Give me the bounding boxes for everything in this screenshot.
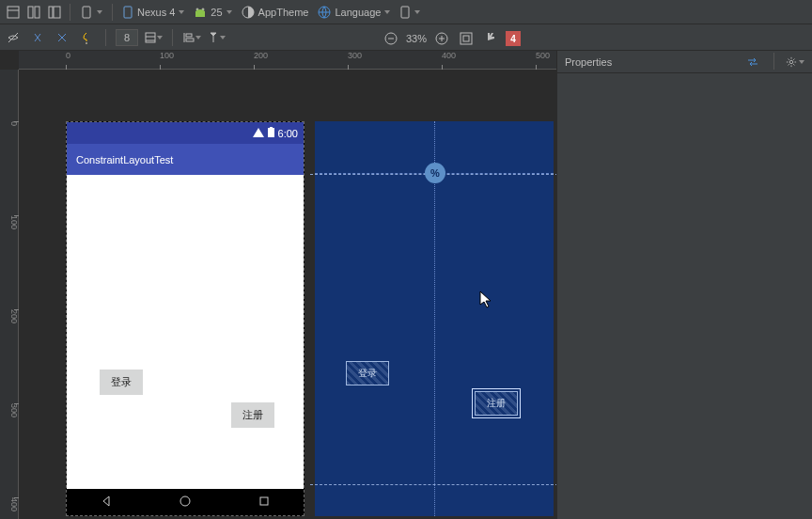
- app-bar: ConstraintLayoutTest: [67, 144, 304, 175]
- svg-rect-2: [28, 7, 33, 18]
- svg-rect-30: [461, 33, 472, 44]
- register-button[interactable]: 注册: [231, 402, 274, 428]
- autoconnect-button[interactable]: [28, 28, 47, 47]
- separator: [112, 4, 113, 21]
- wifi-icon: [253, 128, 264, 139]
- swap-icon[interactable]: [743, 53, 762, 71]
- svg-point-36: [789, 60, 792, 63]
- variant-combo[interactable]: [396, 6, 424, 19]
- zoom-out-button[interactable]: [382, 29, 400, 48]
- zoom-in-button[interactable]: [432, 29, 451, 48]
- svg-rect-32: [268, 128, 274, 137]
- design-canvas[interactable]: 0 100 200 300 400 500 0 100 200 300 400 …: [0, 51, 556, 519]
- svg-rect-31: [463, 36, 469, 41]
- svg-rect-35: [260, 497, 268, 505]
- gear-icon[interactable]: [786, 53, 804, 71]
- margin-input[interactable]: [116, 29, 138, 46]
- device-label: Nexus 4: [137, 7, 175, 18]
- svg-rect-6: [83, 7, 90, 18]
- android-icon: [194, 6, 207, 19]
- separator: [172, 29, 173, 46]
- guideline-bottom: [310, 484, 556, 485]
- properties-panel: Properties: [556, 51, 812, 519]
- svg-line-13: [8, 33, 18, 42]
- ruler-horizontal: 0 100 200 300 400 500: [19, 51, 556, 70]
- percent-badge[interactable]: %: [425, 163, 445, 183]
- app-title: ConstraintLayoutTest: [76, 154, 173, 165]
- svg-rect-5: [54, 7, 60, 18]
- pan-button[interactable]: [481, 29, 500, 48]
- zoom-label: 33%: [406, 33, 427, 44]
- both-mode-button[interactable]: [45, 3, 64, 22]
- back-icon: [100, 495, 113, 510]
- theme-combo[interactable]: AppTheme: [238, 6, 313, 19]
- battery-icon: [268, 127, 274, 139]
- hide-constraints-button[interactable]: [4, 28, 23, 47]
- clear-constraints-button[interactable]: [53, 28, 71, 47]
- bp-register-button[interactable]: 注册: [475, 391, 518, 416]
- blueprint-preview[interactable]: % 登录 注册: [315, 121, 554, 516]
- svg-rect-33: [270, 127, 273, 128]
- guideline-combo[interactable]: [207, 28, 226, 47]
- svg-rect-7: [124, 7, 132, 18]
- svg-marker-24: [211, 33, 216, 36]
- status-bar: 6:00: [67, 122, 304, 144]
- nav-bar: [67, 489, 304, 515]
- svg-rect-4: [49, 7, 53, 18]
- language-combo[interactable]: Language: [314, 6, 394, 19]
- properties-title: Properties: [565, 56, 612, 68]
- top-toolbar: Nexus 4 25 AppTheme Language: [0, 0, 812, 24]
- align-combo[interactable]: [182, 28, 201, 47]
- api-label: 25: [211, 7, 222, 18]
- orientation-combo[interactable]: [76, 6, 106, 19]
- svg-rect-21: [186, 34, 192, 37]
- svg-rect-0: [8, 7, 19, 18]
- ruler-vertical: 0 100 200 300 400: [0, 70, 19, 519]
- separator: [773, 53, 774, 70]
- separator: [105, 29, 106, 46]
- zoom-fit-button[interactable]: [457, 29, 476, 48]
- api-combo[interactable]: 25: [190, 6, 235, 19]
- home-icon: [179, 495, 192, 510]
- svg-rect-3: [35, 7, 39, 18]
- infer-constraints-button[interactable]: [77, 28, 96, 47]
- blueprint-mode-button[interactable]: [24, 3, 43, 22]
- svg-point-16: [86, 42, 87, 43]
- device-preview[interactable]: 6:00 ConstraintLayoutTest 登录 注册: [66, 121, 304, 516]
- bp-login-button[interactable]: 登录: [346, 361, 389, 385]
- svg-rect-22: [186, 39, 194, 41]
- svg-point-34: [180, 496, 190, 506]
- error-badge[interactable]: 4: [506, 31, 521, 46]
- svg-rect-12: [401, 7, 409, 18]
- device-combo[interactable]: Nexus 4: [118, 6, 188, 19]
- separator: [70, 4, 70, 21]
- zoom-toolbar: 33% 4: [382, 26, 521, 51]
- design-toolbar: 33% 4: [0, 24, 812, 51]
- status-time: 6:00: [278, 128, 298, 139]
- language-label: Language: [335, 7, 381, 18]
- content-area[interactable]: 登录 注册: [67, 175, 304, 491]
- margin-combo[interactable]: [144, 28, 163, 47]
- design-mode-button[interactable]: [4, 3, 23, 22]
- login-button[interactable]: 登录: [100, 370, 143, 395]
- theme-label: AppTheme: [258, 7, 309, 18]
- recents-icon: [258, 495, 271, 510]
